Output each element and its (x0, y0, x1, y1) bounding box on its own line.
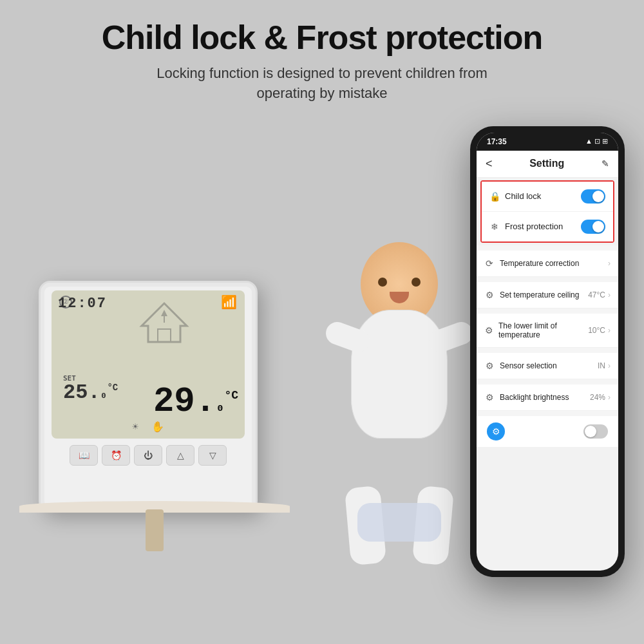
lower-limit-value: 10°C (588, 326, 605, 335)
temp-correction-icon: ⟳ (484, 258, 495, 269)
thermostat-wrap: ② 📶 12:07 SET 25.₀°C 29.₀°C (19, 281, 290, 551)
temp-ceiling-icon: ⚙ (484, 290, 495, 300)
chevron-lower-limit: › (608, 326, 611, 335)
divider-3 (477, 308, 618, 314)
divider-1 (477, 245, 618, 251)
down-button[interactable]: ▽ (198, 445, 227, 466)
divider-6 (477, 411, 618, 416)
screen-icons: ☀ ✋ (132, 421, 164, 433)
chevron-backlight: › (608, 393, 611, 402)
svg-marker-3 (161, 310, 167, 316)
setting-bottom[interactable]: ⚙ (477, 416, 618, 447)
backlight-value: 24% (590, 393, 605, 402)
sensor-label: Sensor selection (500, 361, 557, 370)
up-button[interactable]: △ (166, 445, 194, 466)
frost-protection-toggle[interactable] (581, 220, 605, 234)
child-lock-toggle[interactable] (581, 189, 605, 204)
chevron-sensor: › (608, 361, 611, 370)
frost-icon: ❄ (489, 222, 500, 232)
baby-figure-area (309, 184, 489, 603)
temp-ceiling-label: Set temperature ceiling (500, 290, 579, 299)
lower-limit-label: The lower limit of temperature (498, 321, 588, 339)
setting-temp-ceiling[interactable]: ⚙ Set temperature ceiling 47°C › (477, 282, 618, 308)
set-temp-value: 25.₀°C (63, 383, 118, 403)
page-title: Child lock & Frost protection (39, 19, 605, 56)
lower-limit-icon: ⚙ (484, 325, 493, 336)
set-temp-area: SET 25.₀°C (63, 374, 118, 403)
table-leg (146, 509, 164, 551)
divider-5 (477, 379, 618, 384)
clock-button[interactable]: ⏰ (102, 445, 130, 466)
status-icons: ▲ ⊡ ⊞ (585, 137, 608, 146)
setting-temp-correction[interactable]: ⟳ Temperature correction › (477, 251, 618, 277)
phone-wrap: 17:35 ▲ ⊡ ⊞ < Setting ✎ 🔒 Child lock (470, 126, 631, 590)
book-button[interactable]: 📖 (70, 445, 98, 466)
chevron-temp-ceiling: › (608, 290, 611, 299)
house-icon (138, 300, 190, 345)
setting-child-lock[interactable]: 🔒 Child lock (482, 182, 613, 212)
bottom-blue-circle-icon: ⚙ (487, 422, 505, 440)
setting-sensor[interactable]: ⚙ Sensor selection IN › (477, 353, 618, 379)
page-header: Child lock & Frost protection Locking fu… (0, 0, 644, 113)
child-lock-label: Child lock (505, 191, 541, 201)
backlight-label: Backlight brightness (500, 393, 569, 402)
thermostat-device: ② 📶 12:07 SET 25.₀°C 29.₀°C (39, 281, 258, 513)
wifi-icon: 📶 (221, 294, 237, 310)
current-temp-value: 29.₀°C (153, 384, 238, 419)
bottom-toggle[interactable] (583, 424, 608, 439)
sun-icon: ☀ (132, 421, 138, 433)
content-area: ② 📶 12:07 SET 25.₀°C 29.₀°C (0, 113, 644, 603)
app-title: Setting (529, 158, 564, 169)
temp-correction-label: Temperature correction (500, 259, 579, 268)
app-header: < Setting ✎ (477, 151, 618, 178)
back-button[interactable]: < (486, 157, 493, 171)
baby-face (370, 268, 428, 307)
frost-protection-label: Frost protection (505, 222, 563, 231)
setting-backlight[interactable]: ⚙ Backlight brightness 24% › (477, 384, 618, 411)
status-time: 17:35 (487, 137, 507, 146)
phone-screen: 17:35 ▲ ⊡ ⊞ < Setting ✎ 🔒 Child lock (477, 133, 618, 571)
baby-body (322, 242, 477, 603)
time-display: 12:07 (58, 296, 107, 312)
temp-ceiling-value: 47°C (588, 290, 605, 299)
thermostat-screen: ② 📶 12:07 SET 25.₀°C 29.₀°C (52, 290, 245, 439)
highlighted-settings: 🔒 Child lock ❄ Frost protection (480, 180, 614, 243)
setting-frost-protection[interactable]: ❄ Frost protection (482, 212, 613, 242)
thermostat-buttons: 📖 ⏰ ⏻ △ ▽ (70, 445, 227, 466)
backlight-icon: ⚙ (484, 392, 495, 402)
current-temp-area: 29.₀°C (153, 384, 238, 419)
hand-icon: ✋ (151, 421, 164, 433)
divider-2 (477, 277, 618, 282)
divider-4 (477, 348, 618, 353)
chevron-temp-correction: › (608, 259, 611, 268)
edit-button[interactable]: ✎ (601, 158, 609, 169)
power-button[interactable]: ⏻ (134, 445, 162, 466)
setting-lower-limit[interactable]: ⚙ The lower limit of temperature 10°C › (477, 314, 618, 348)
sensor-value: IN (598, 361, 605, 370)
status-bar: 17:35 ▲ ⊡ ⊞ (477, 133, 618, 151)
phone-body: 17:35 ▲ ⊡ ⊞ < Setting ✎ 🔒 Child lock (470, 126, 625, 577)
svg-rect-1 (158, 329, 171, 342)
lock-icon: 🔒 (489, 191, 500, 202)
page-subtitle: Locking function is designed to prevent … (39, 64, 605, 104)
sensor-icon: ⚙ (484, 361, 495, 371)
